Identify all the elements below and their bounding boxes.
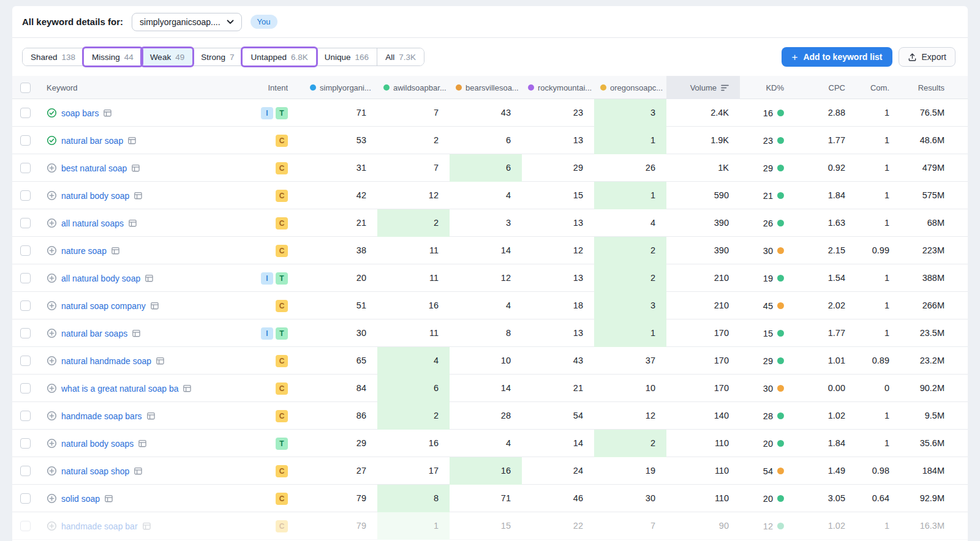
column-header-keyword[interactable]: Keyword — [47, 76, 261, 99]
serp-preview-icon[interactable] — [111, 246, 120, 255]
column-header-competitor-1[interactable]: simplyorgani... — [304, 76, 377, 99]
plus-circle-icon[interactable] — [47, 438, 57, 449]
serp-preview-icon[interactable] — [146, 411, 156, 420]
row-checkbox[interactable] — [20, 493, 31, 504]
keyword-link[interactable]: natural soap shop — [61, 466, 129, 476]
serp-preview-icon[interactable] — [134, 191, 143, 200]
serp-preview-icon[interactable] — [138, 439, 147, 448]
position-cell: 30 — [594, 485, 666, 512]
row-checkbox[interactable] — [20, 438, 31, 449]
serp-preview-icon[interactable] — [131, 163, 140, 173]
competitor-dot — [383, 84, 390, 91]
volume-cell: 210 — [666, 264, 740, 292]
plus-circle-icon[interactable] — [47, 383, 57, 394]
intent-cell: C — [261, 190, 304, 202]
export-button[interactable]: Export — [899, 47, 956, 67]
keyword-link[interactable]: natural body soap — [61, 191, 129, 201]
check-circle-icon[interactable] — [47, 135, 57, 146]
column-header-cpc[interactable]: CPC — [793, 76, 856, 99]
column-header-competitor-5[interactable]: oregonsoapc... — [594, 76, 666, 99]
keyword-link[interactable]: nature soap — [61, 246, 107, 256]
kd-difficulty-dot — [777, 192, 784, 199]
plus-circle-icon[interactable] — [47, 163, 57, 173]
add-to-keyword-list-button[interactable]: + Add to keyword list — [782, 47, 892, 67]
keyword-link[interactable]: handmade soap bars — [61, 411, 142, 421]
keyword-link[interactable]: all natural soaps — [61, 218, 124, 228]
row-checkbox[interactable] — [20, 383, 31, 394]
row-checkbox[interactable] — [20, 300, 31, 311]
row-checkbox[interactable] — [20, 356, 31, 366]
keyword-link[interactable]: soap bars — [61, 108, 99, 118]
keyword-link[interactable]: handmade soap bar — [61, 521, 138, 531]
keyword-link[interactable]: solid soap — [61, 494, 100, 504]
keyword-link[interactable]: what is a great natural soap ba — [61, 384, 178, 394]
column-header-competitor-2[interactable]: awildsoapbar... — [377, 76, 450, 99]
serp-preview-icon[interactable] — [145, 274, 154, 283]
plus-circle-icon[interactable] — [47, 300, 57, 311]
keyword-link[interactable]: natural bar soap — [61, 136, 123, 146]
serp-preview-icon[interactable] — [150, 301, 159, 310]
keyword-link[interactable]: natural body soaps — [61, 439, 134, 449]
row-checkbox[interactable] — [20, 245, 31, 256]
plus-circle-icon[interactable] — [47, 356, 57, 366]
keyword-link[interactable]: natural soap company — [61, 301, 146, 311]
tab-unique[interactable]: Unique166 — [317, 48, 377, 65]
results-cell: 16.3M — [900, 512, 968, 540]
row-checkbox[interactable] — [20, 190, 31, 201]
column-header-volume[interactable]: Volume — [666, 76, 740, 99]
row-checkbox[interactable] — [20, 273, 31, 283]
row-checkbox[interactable] — [20, 411, 31, 421]
select-all-checkbox[interactable] — [20, 83, 31, 93]
serp-preview-icon[interactable] — [156, 356, 165, 365]
serp-preview-icon[interactable] — [132, 329, 141, 338]
serp-preview-icon[interactable] — [183, 384, 192, 393]
column-header-intent[interactable]: Intent — [261, 76, 304, 99]
row-checkbox[interactable] — [20, 218, 31, 228]
plus-circle-icon[interactable] — [47, 521, 57, 531]
tab-weak[interactable]: Weak49 — [142, 48, 193, 65]
row-checkbox[interactable] — [20, 521, 31, 531]
serp-preview-icon[interactable] — [104, 494, 113, 503]
tab-strong[interactable]: Strong7 — [193, 48, 243, 65]
plus-circle-icon[interactable] — [47, 218, 57, 228]
tab-shared[interactable]: Shared138 — [23, 48, 84, 65]
column-header-results[interactable]: Results — [900, 76, 968, 99]
serp-preview-icon[interactable] — [134, 466, 143, 476]
keyword-link[interactable]: natural bar soaps — [61, 329, 127, 338]
plus-circle-icon[interactable] — [47, 466, 57, 476]
intent-badge-commercial: C — [276, 355, 288, 367]
tab-missing[interactable]: Missing44 — [84, 48, 142, 65]
results-cell: 479M — [900, 154, 968, 182]
plus-circle-icon[interactable] — [47, 190, 57, 201]
keyword-link[interactable]: all natural body soap — [61, 274, 140, 283]
check-circle-icon[interactable] — [47, 108, 57, 118]
plus-circle-icon[interactable] — [47, 411, 57, 421]
row-checkbox[interactable] — [20, 466, 31, 476]
serp-preview-icon[interactable] — [142, 521, 151, 531]
column-header-competitor-3[interactable]: bearsvillesoa... — [450, 76, 522, 99]
position-cell: 7 — [377, 99, 450, 127]
keyword-cell: natural body soaps — [47, 438, 261, 449]
keyword-link[interactable]: best natural soap — [61, 163, 127, 173]
kd-difficulty-dot — [777, 357, 784, 364]
plus-circle-icon[interactable] — [47, 493, 57, 504]
domain-select[interactable]: simplyorganicsoap.... — [132, 13, 242, 31]
column-header-competitor-4[interactable]: rockymountai... — [522, 76, 594, 99]
row-checkbox[interactable] — [20, 163, 31, 173]
serp-preview-icon[interactable] — [103, 108, 112, 118]
row-checkbox[interactable] — [20, 135, 31, 146]
plus-circle-icon[interactable] — [47, 273, 57, 283]
tab-all[interactable]: All7.3K — [377, 48, 424, 65]
row-checkbox[interactable] — [20, 108, 31, 118]
plus-circle-icon[interactable] — [47, 328, 57, 338]
serp-preview-icon[interactable] — [128, 218, 137, 228]
tab-untapped[interactable]: Untapped6.8K — [243, 48, 316, 65]
keyword-link[interactable]: natural handmade soap — [61, 356, 151, 366]
cpc-cell: 1.02 — [793, 512, 856, 540]
column-header-com[interactable]: Com. — [856, 76, 900, 99]
position-cell: 71 — [450, 485, 522, 512]
column-header-kd[interactable]: KD% — [740, 76, 793, 99]
row-checkbox[interactable] — [20, 328, 31, 338]
serp-preview-icon[interactable] — [127, 136, 137, 145]
plus-circle-icon[interactable] — [47, 245, 57, 256]
